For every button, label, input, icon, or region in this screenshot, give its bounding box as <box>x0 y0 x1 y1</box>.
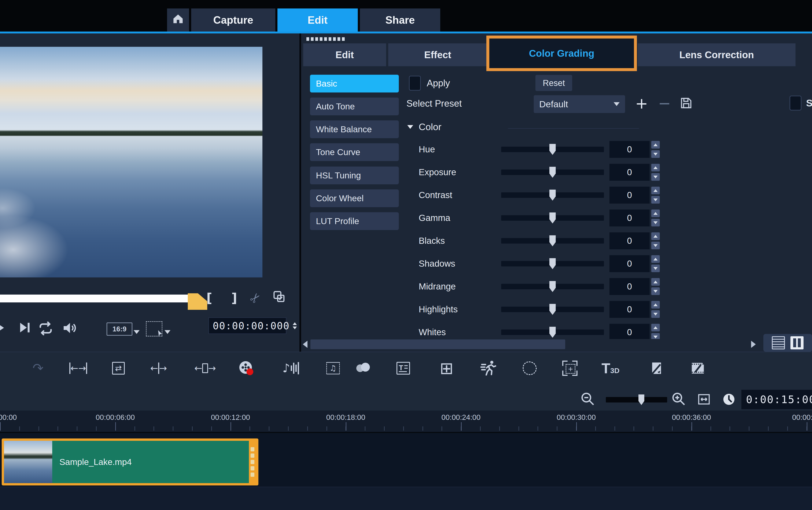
3d-title-icon[interactable]: T 3D <box>599 358 622 378</box>
zoom-slider-handle[interactable] <box>638 394 644 405</box>
stepper-down-button[interactable] <box>651 150 660 158</box>
stepper-down-button[interactable] <box>651 310 660 318</box>
ripple-edit-icon[interactable]: ←→ <box>193 358 217 378</box>
stepper-down-button[interactable] <box>651 264 660 272</box>
timeline-lower-track[interactable] <box>0 487 812 510</box>
stepper-up-button[interactable] <box>651 255 660 263</box>
stepper-down-button[interactable] <box>651 333 660 339</box>
panel-tab-effect[interactable]: Effect <box>388 44 487 66</box>
timeline-track-area[interactable]: Sample_Lake.mp4 <box>0 433 812 510</box>
slider-handle[interactable] <box>549 213 556 224</box>
panel-tab-color-grading[interactable]: Color Grading <box>489 38 634 68</box>
slider-handle[interactable] <box>549 235 556 246</box>
aspect-caret-icon[interactable] <box>133 330 140 334</box>
slider-value[interactable]: 0 <box>609 209 650 226</box>
preview-timecode[interactable]: 00:00:00:000 <box>209 317 286 334</box>
stepper-up-button[interactable] <box>651 232 660 240</box>
play-button[interactable] <box>0 320 9 336</box>
fit-project-icon[interactable]: ←→ <box>67 358 90 378</box>
sound-mixer-icon[interactable]: ♪ <box>279 358 302 378</box>
trim-bar[interactable] <box>0 294 188 303</box>
mark-out-button[interactable]: ] <box>231 289 237 307</box>
apply-checkbox[interactable] <box>409 76 421 91</box>
motion-tracking-icon[interactable] <box>477 358 500 378</box>
stepper-down-button[interactable] <box>651 242 660 249</box>
slider-handle[interactable] <box>549 281 556 292</box>
sidebar-item-color-wheel[interactable]: Color Wheel <box>310 190 399 207</box>
marquee-caret-icon[interactable] <box>164 330 171 334</box>
slider-value[interactable]: 0 <box>609 141 650 158</box>
shuttle-box-icon[interactable]: ⇄ <box>107 358 130 378</box>
video-clip[interactable]: Sample_Lake.mp4 <box>2 438 259 485</box>
contrast-slider[interactable] <box>501 192 604 198</box>
scroll-left-icon[interactable] <box>303 341 307 348</box>
timeline-view-icon[interactable] <box>790 336 804 349</box>
slider-handle[interactable] <box>549 258 556 269</box>
timeline-ruler[interactable]: 00:00 00:00:06:00 00:00:12:00 00:00:18:0… <box>0 410 812 433</box>
slider-value[interactable]: 0 <box>609 187 650 204</box>
next-frame-button[interactable] <box>18 320 32 336</box>
panel-drag-handle[interactable] <box>306 37 345 41</box>
duration-clock-icon[interactable] <box>721 392 736 407</box>
timecode-down-icon[interactable] <box>293 327 297 329</box>
scroll-right-icon[interactable] <box>751 341 756 348</box>
multi-point-tracker-icon[interactable]: + <box>558 358 581 378</box>
storyboard-view-icon[interactable] <box>772 336 785 349</box>
stepper-down-button[interactable] <box>651 287 660 295</box>
nav-tab-edit[interactable]: Edit <box>277 8 358 31</box>
split-screen-template-icon[interactable]: ⊞ <box>435 358 458 378</box>
stepper-up-button[interactable] <box>651 278 660 286</box>
slider-value[interactable]: 0 <box>609 164 650 181</box>
sidebar-item-tone-curve[interactable]: Tone Curve <box>310 143 399 161</box>
nav-tab-capture[interactable]: Capture <box>191 8 275 31</box>
aspect-ratio-selector[interactable]: 16:9 <box>107 322 132 336</box>
nav-tab-share[interactable]: Share <box>360 8 440 31</box>
color-section-header[interactable]: Color <box>407 121 442 133</box>
sidebar-item-auto-tone[interactable]: Auto Tone <box>310 97 399 115</box>
zoom-out-icon[interactable] <box>580 391 596 407</box>
preset-dropdown[interactable]: Default <box>534 95 625 113</box>
transition-icon[interactable] <box>352 358 375 378</box>
clip-trim-handle[interactable] <box>249 441 256 483</box>
timecode-up-icon[interactable] <box>293 322 297 325</box>
trim-end-marker[interactable] <box>188 293 207 310</box>
remove-preset-button[interactable]: − <box>658 94 671 112</box>
midrange-slider[interactable] <box>501 284 604 289</box>
mark-in-button[interactable]: [ <box>206 289 212 307</box>
snapshot-icon[interactable] <box>272 290 286 304</box>
stepper-up-button[interactable] <box>651 141 660 148</box>
stepper-up-button[interactable] <box>651 324 660 331</box>
split-clip-icon[interactable]: ✂ <box>245 288 266 308</box>
home-tab[interactable] <box>167 8 189 31</box>
mask-creator-icon[interactable] <box>518 358 541 378</box>
clipped-checkbox[interactable] <box>790 96 802 110</box>
sidebar-item-lut-profile[interactable]: LUT Profile <box>310 212 399 230</box>
add-preset-button[interactable]: + <box>635 94 648 112</box>
panel-tab-lens-correction[interactable]: Lens Correction <box>638 44 795 66</box>
stepper-down-button[interactable] <box>651 173 660 181</box>
panel-tab-edit[interactable]: Edit <box>303 44 386 66</box>
multicam-editor-icon[interactable] <box>686 358 710 378</box>
slider-handle[interactable] <box>549 144 556 155</box>
redo-icon[interactable]: ↷ <box>26 358 50 378</box>
slider-value[interactable]: 0 <box>609 255 650 272</box>
slider-handle[interactable] <box>549 304 556 315</box>
horizontal-scrollbar[interactable] <box>310 339 565 349</box>
split-arrows-icon[interactable]: ←→ <box>147 358 170 378</box>
stepper-up-button[interactable] <box>651 301 660 309</box>
shadows-slider[interactable] <box>501 261 604 266</box>
project-duration-display[interactable]: 0:00:15:00 <box>741 390 812 409</box>
blacks-slider[interactable] <box>501 238 604 244</box>
slider-value[interactable]: 0 <box>609 278 650 295</box>
stepper-down-button[interactable] <box>651 196 660 204</box>
highlights-slider[interactable] <box>501 307 604 312</box>
reset-button[interactable]: Reset <box>535 75 572 91</box>
gamma-slider[interactable] <box>501 215 604 221</box>
slider-value[interactable]: 0 <box>609 301 650 318</box>
fit-timeline-icon[interactable] <box>697 392 711 407</box>
slider-handle[interactable] <box>549 190 556 201</box>
slider-handle[interactable] <box>549 327 556 338</box>
stepper-up-button[interactable] <box>651 187 660 194</box>
selection-marquee-icon[interactable] <box>146 321 162 337</box>
sidebar-item-basic[interactable]: Basic <box>310 75 399 92</box>
